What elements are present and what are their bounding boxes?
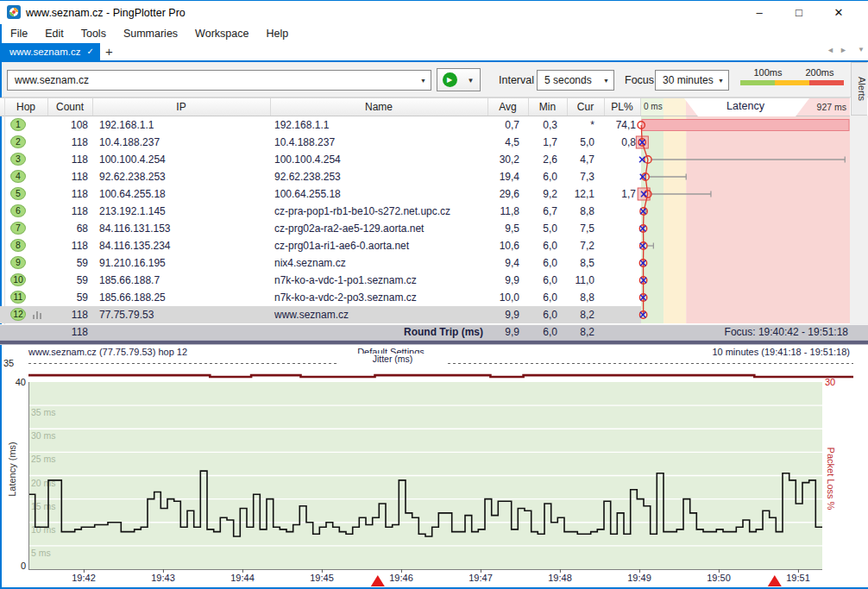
cell-name: n7k-ko-a-vdc-1-po1.seznam.cz: [274, 272, 483, 289]
cell-name: 100.64.255.18: [274, 185, 483, 203]
hop-row-3[interactable]: 3118100.100.4.254100.100.4.25430,22,64,7: [0, 151, 641, 168]
legend-segment-1: [775, 80, 809, 85]
tab-bar: www.seznam.cz ✓ + ◄ ► ▼: [2, 43, 868, 60]
cell-cur: 11,0: [557, 272, 594, 289]
menu-item-edit[interactable]: Edit: [36, 24, 72, 43]
cell-avg: 9,9: [480, 306, 519, 323]
tab-scroll-left-icon[interactable]: ◄: [827, 46, 834, 54]
cell-min: 6,0: [519, 254, 557, 272]
menu-item-help[interactable]: Help: [257, 24, 297, 43]
cell-name: cz-prg01a-ri1-ae6-0.aorta.net: [274, 237, 483, 254]
latency-zone: [664, 116, 686, 323]
hop-row-4[interactable]: 411892.62.238.25392.62.238.25319,46,07,3: [0, 168, 641, 185]
column-header-min[interactable]: Min: [528, 98, 568, 116]
cell-count: 118: [47, 203, 88, 220]
hop-row-12[interactable]: 1211877.75.79.53www.seznam.cz9,96,08,2: [0, 306, 641, 323]
gridline-label: 25 ms: [31, 454, 56, 464]
window-title: www.seznam.cz - PingPlotter Pro: [26, 7, 186, 19]
chevron-down-icon[interactable]: ▼: [420, 78, 426, 84]
jitter-title: Jitter (ms): [339, 354, 446, 364]
cell-name: 10.4.188.237: [274, 134, 483, 151]
cell-count: 59: [47, 272, 88, 289]
latency-zone: [686, 116, 850, 323]
hop-row-8[interactable]: 811884.116.135.234cz-prg01a-ri1-ae6-0.ao…: [0, 237, 641, 254]
hop-table-header: HopCountIPNameAvgMinCurPL%: [0, 97, 641, 116]
column-header-name[interactable]: Name: [270, 98, 488, 116]
hop-row-1[interactable]: 1108192.168.1.1192.168.1.10,70,3*74,1: [0, 116, 641, 134]
hop-number-badge: 5: [10, 187, 26, 200]
cell-ip: 213.192.1.145: [99, 203, 267, 220]
new-tab-button[interactable]: +: [105, 43, 113, 60]
cell-avg: 10,6: [480, 237, 519, 254]
maximize-button[interactable]: □: [779, 1, 819, 24]
pingplotter-window: www.seznam.cz - PingPlotter Pro – □ ✕ Fi…: [0, 0, 868, 589]
menu-item-workspace[interactable]: Workspace: [186, 24, 257, 43]
cell-min: 6,0: [519, 168, 557, 185]
hop-row-10[interactable]: 1059185.66.188.7n7k-ko-a-vdc-1-po1.sezna…: [0, 272, 641, 289]
time-tick-label: 19:48: [541, 573, 579, 583]
tab-scroll-right-icon[interactable]: ►: [840, 46, 847, 54]
round-trip-summary-row[interactable]: 118 Round Trip (ms) 9,9 6,0 8,2 Focus: 1…: [0, 324, 868, 340]
target-address-combobox[interactable]: www.seznam.cz ▼: [7, 70, 431, 91]
hop-number-badge: 4: [10, 170, 26, 183]
alerts-side-tab[interactable]: Alerts: [851, 62, 867, 116]
column-header-avg[interactable]: Avg: [487, 98, 529, 116]
cell-pl: 1,7: [596, 185, 636, 203]
cell-name: 100.100.4.254: [274, 151, 483, 168]
cell-avg: 4,5: [480, 134, 519, 151]
gridline-label: 20 ms: [31, 478, 56, 488]
close-button[interactable]: ✕: [819, 1, 859, 24]
cell-cur: 7,2: [557, 237, 594, 254]
start-options-dropdown[interactable]: ▼: [462, 68, 481, 91]
hop-row-2[interactable]: 211810.4.188.23710.4.188.2374,51,75,00,8: [0, 134, 641, 151]
cell-name: nix4.seznam.cz: [274, 254, 483, 272]
column-header-hop[interactable]: Hop: [4, 98, 48, 116]
legend-segment-2: [809, 80, 844, 85]
cell-name: 92.62.238.253: [274, 168, 483, 185]
focus-value: 30 minutes: [663, 74, 714, 86]
cell-ip: 91.210.16.195: [99, 254, 267, 272]
cell-avg: 9,4: [480, 254, 519, 272]
menu-item-summaries[interactable]: Summaries: [115, 24, 186, 43]
column-header-pl[interactable]: PL%: [604, 98, 641, 116]
minimize-button[interactable]: –: [739, 1, 779, 24]
cell-cur: 8,2: [557, 306, 594, 323]
focus-label: Focus: [625, 74, 654, 86]
chevron-down-icon[interactable]: ▼: [718, 78, 724, 84]
title-bar[interactable]: www.seznam.cz - PingPlotter Pro – □ ✕: [0, 1, 868, 24]
cell-count: 118: [47, 151, 88, 168]
cell-pl: [596, 289, 636, 306]
summary-min: 6,0: [519, 325, 557, 340]
toolbar: www.seznam.cz ▼ ▶ ▼ Interval 5 seconds ▼…: [2, 62, 868, 97]
column-header-count[interactable]: Count: [47, 98, 93, 116]
menu-item-file[interactable]: File: [2, 24, 36, 43]
cell-count: 118: [47, 134, 88, 151]
chevron-down-icon[interactable]: ▼: [603, 78, 609, 84]
hop-row-11[interactable]: 1159185.66.188.25n7k-ko-a-vdc-2-po3.sezn…: [0, 289, 641, 306]
cell-pl: [596, 168, 636, 185]
hop-row-9[interactable]: 95991.210.16.195nix4.seznam.cz9,46,08,5: [0, 254, 641, 272]
menu-item-tools[interactable]: Tools: [72, 24, 115, 43]
interval-combobox[interactable]: 5 seconds ▼: [537, 70, 614, 91]
hop-row-5[interactable]: 5118100.64.255.18100.64.255.1829,69,212,…: [0, 185, 641, 203]
hop-row-6[interactable]: 6118213.192.1.145cz-pra-pop1-rb1-be10-s2…: [0, 203, 641, 220]
focus-combobox[interactable]: 30 minutes ▼: [655, 70, 729, 91]
legend-100ms-label: 100ms: [745, 67, 790, 78]
column-header-ip[interactable]: IP: [92, 98, 271, 116]
cell-name: cz-prg02a-ra2-ae5-129.aorta.net: [274, 220, 483, 237]
latency-time-graph[interactable]: 5 ms10 ms15 ms20 ms25 ms30 ms35 ms: [0, 345, 868, 589]
hop-row-7[interactable]: 76884.116.131.153cz-prg02a-ra2-ae5-129.a…: [0, 220, 641, 237]
cell-name: 192.168.1.1: [274, 116, 483, 134]
summary-cur: 8,2: [557, 325, 594, 340]
cell-count: 118: [47, 185, 88, 203]
cell-avg: 29,6: [480, 185, 519, 203]
start-trace-button[interactable]: ▶: [437, 68, 462, 91]
jitter-line: [28, 375, 853, 377]
column-header-cur[interactable]: Cur: [567, 98, 605, 116]
packet-loss-band: [642, 120, 849, 131]
tab-www-seznam-cz[interactable]: www.seznam.cz ✓: [2, 43, 100, 60]
gridline-label: 35 ms: [31, 407, 56, 417]
cell-pl: [596, 151, 636, 168]
tab-list-icon[interactable]: ▼: [858, 46, 865, 53]
focus-range-label: Focus: 19:40:42 - 19:51:18: [604, 325, 848, 340]
